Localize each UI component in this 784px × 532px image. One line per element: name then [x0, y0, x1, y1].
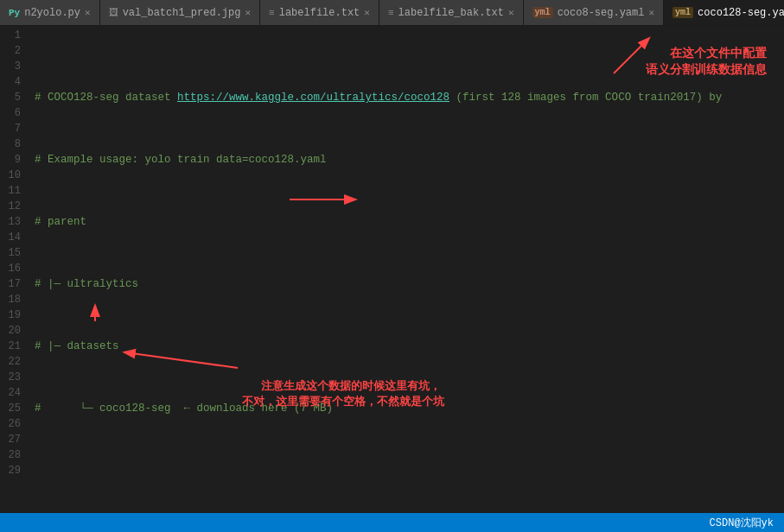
svg-line-3 — [125, 352, 238, 368]
tab-labelfile-bak[interactable]: ≡ labelfile_bak.txt ✕ — [379, 0, 524, 25]
code-line-2: # Example usage: yolo train data=coco128… — [35, 152, 784, 168]
tab-label: coco8-seg.yaml — [558, 7, 645, 19]
tab-label: coco128-seg.yaml — [698, 7, 784, 19]
code-line-1: # COCO128-seg dataset https://www.kaggle… — [35, 90, 784, 105]
py-icon: Py — [9, 8, 20, 18]
close-icon[interactable]: ✕ — [508, 7, 514, 18]
code-line-4: # |— ultralytics — [35, 276, 784, 292]
tab-coco8-seg[interactable]: yml coco8-seg.yaml ✕ — [524, 0, 664, 25]
tab-labelfile[interactable]: ≡ labelfile.txt ✕ — [260, 0, 379, 25]
author-label: CSDN@沈阳yk — [710, 516, 774, 530]
code-content[interactable]: # COCO128-seg dataset https://www.kaggle… — [26, 26, 784, 513]
close-icon[interactable]: ✕ — [85, 7, 91, 18]
jpg-icon: 🖼 — [109, 7, 118, 18]
code-line-6: # └— coco128-seg ← downloads here (7 MB) — [35, 401, 784, 416]
yaml2-icon: yml — [672, 7, 693, 18]
txt-icon: ≡ — [269, 8, 275, 18]
tab-label: val_batch1_pred.jpg — [123, 7, 241, 19]
code-line-5: # |— datasets — [35, 339, 784, 354]
line-numbers: 12345 678910 1112131415 1617181920 21222… — [0, 26, 26, 513]
tab-label: labelfile.txt — [279, 7, 360, 19]
tab-label: n2yolo.py — [24, 7, 80, 19]
annotation-1: 在这个文件中配置语义分割训练数据信息 — [646, 28, 767, 95]
status-bar: CSDN@沈阳yk — [0, 513, 784, 532]
close-icon[interactable]: ✕ — [648, 7, 654, 18]
close-icon[interactable]: ✕ — [245, 7, 251, 18]
close-icon[interactable]: ✕ — [364, 7, 370, 18]
editor: 12345 678910 1112131415 1617181920 21222… — [0, 26, 784, 513]
tab-label: labelfile_bak.txt — [398, 7, 504, 19]
code-line-3: # parent — [35, 214, 784, 230]
txt-icon: ≡ — [388, 8, 394, 18]
svg-line-0 — [614, 39, 648, 73]
code-line-7 — [35, 463, 784, 478]
tab-bar: Py n2yolo.py ✕ 🖼 val_batch1_pred.jpg ✕ ≡… — [0, 0, 784, 26]
tab-val-batch[interactable]: 🖼 val_batch1_pred.jpg ✕ — [100, 0, 260, 25]
yaml-icon: yml — [532, 7, 553, 18]
tab-coco128-seg[interactable]: yml coco128-seg.yaml ✕ — [664, 0, 784, 25]
tab-n2yolo[interactable]: Py n2yolo.py ✕ — [0, 0, 100, 25]
